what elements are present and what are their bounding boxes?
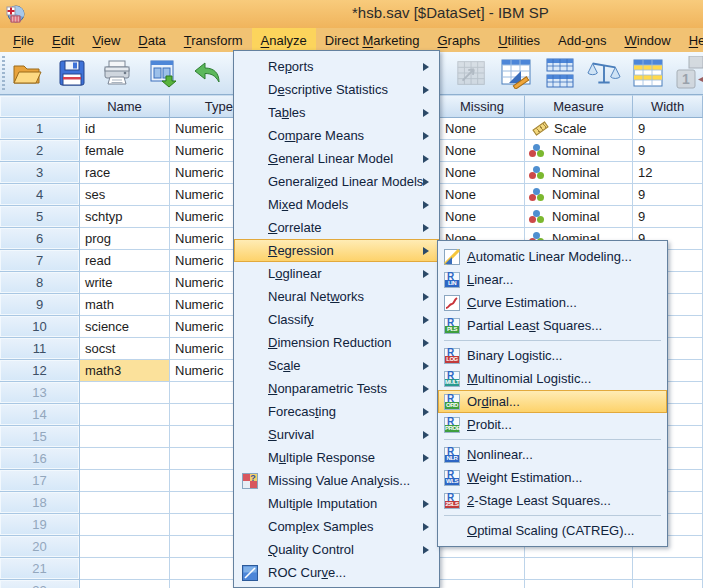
print-icon[interactable]: [100, 56, 134, 90]
type-cell[interactable]: Numeric: [170, 162, 240, 184]
measure-cell[interactable]: Scale: [525, 118, 633, 140]
menu-item-scale[interactable]: Scale: [234, 354, 439, 377]
name-cell[interactable]: [80, 426, 170, 448]
menubar-item-transform[interactable]: Transform: [175, 28, 252, 52]
menu-item-multiple-response[interactable]: Multiple Response: [234, 446, 439, 469]
type-cell[interactable]: [170, 514, 240, 536]
menu-item-mixed-models[interactable]: Mixed Models: [234, 193, 439, 216]
width-cell[interactable]: 12: [633, 162, 703, 184]
name-cell[interactable]: [80, 558, 170, 580]
row-number-cell[interactable]: 11: [0, 338, 80, 360]
menu-item-neural-networks[interactable]: Neural Networks: [234, 285, 439, 308]
type-cell[interactable]: [170, 580, 240, 588]
missing-cell[interactable]: None: [440, 118, 525, 140]
width-cell[interactable]: 9: [633, 118, 703, 140]
width-cell[interactable]: 9: [633, 206, 703, 228]
submenu-item-multinomial-logistic[interactable]: RMULT Multinomial Logistic...: [438, 367, 667, 390]
name-cell[interactable]: math3: [80, 360, 170, 382]
menu-item-survival[interactable]: Survival: [234, 423, 439, 446]
name-cell[interactable]: id: [80, 118, 170, 140]
menu-item-descriptive-statistics[interactable]: Descriptive Statistics: [234, 78, 439, 101]
type-cell[interactable]: Numeric: [170, 360, 240, 382]
weight-cases-icon[interactable]: [587, 56, 621, 90]
row-number-cell[interactable]: 8: [0, 272, 80, 294]
value-labels-icon[interactable]: 1: [675, 56, 703, 90]
row-number-cell[interactable]: 13: [0, 382, 80, 404]
menu-item-classify[interactable]: Classify: [234, 308, 439, 331]
submenu-item-binary-logistic[interactable]: RLOG Binary Logistic...: [438, 344, 667, 367]
row-number-cell[interactable]: 5: [0, 206, 80, 228]
menubar-item-utilities[interactable]: Utilities: [489, 28, 549, 52]
go-to-case-icon[interactable]: [455, 56, 489, 90]
measure-cell[interactable]: Nominal: [525, 206, 633, 228]
menubar-item-window[interactable]: Window: [615, 28, 679, 52]
menubar-item-edit[interactable]: Edit: [43, 28, 83, 52]
row-number-cell[interactable]: 18: [0, 492, 80, 514]
name-cell[interactable]: math: [80, 294, 170, 316]
row-number-cell[interactable]: 1: [0, 118, 80, 140]
type-cell[interactable]: [170, 382, 240, 404]
type-cell[interactable]: [170, 448, 240, 470]
type-cell[interactable]: Numeric: [170, 250, 240, 272]
menubar-item-add-ons[interactable]: Add-ons: [549, 28, 615, 52]
menu-item-complex-samples[interactable]: Complex Samples: [234, 515, 439, 538]
column-header-width[interactable]: Width: [633, 95, 703, 118]
type-cell[interactable]: [170, 470, 240, 492]
type-cell[interactable]: [170, 492, 240, 514]
submenu-item-probit[interactable]: RPROB Probit...: [438, 413, 667, 436]
menu-item-general-linear-model[interactable]: General Linear Model: [234, 147, 439, 170]
menu-item-multiple-imputation[interactable]: Multiple Imputation: [234, 492, 439, 515]
corner-header-cell[interactable]: [0, 95, 80, 118]
submenu-item-automatic-linear-modeling[interactable]: Automatic Linear Modeling...: [438, 245, 667, 268]
type-cell[interactable]: Numeric: [170, 184, 240, 206]
menu-item-missing-value-analysis[interactable]: ? Missing Value Analysis...: [234, 469, 439, 492]
width-cell[interactable]: [633, 558, 703, 580]
menu-item-roc-curve[interactable]: ROC Curve...: [234, 561, 439, 584]
missing-cell[interactable]: [440, 580, 525, 588]
name-cell[interactable]: science: [80, 316, 170, 338]
submenu-item-nonlinear[interactable]: RNLR Nonlinear...: [438, 443, 667, 466]
type-cell[interactable]: Numeric: [170, 316, 240, 338]
menu-item-forecasting[interactable]: Forecasting: [234, 400, 439, 423]
name-cell[interactable]: schtyp: [80, 206, 170, 228]
open-data-icon[interactable]: [10, 56, 44, 90]
column-header-measure[interactable]: Measure: [525, 95, 633, 118]
type-cell[interactable]: Numeric: [170, 338, 240, 360]
row-number-cell[interactable]: 4: [0, 184, 80, 206]
name-cell[interactable]: [80, 514, 170, 536]
submenu-item-optimal-scaling-catreg[interactable]: Optimal Scaling (CATREG)...: [438, 519, 667, 542]
submenu-item-ordinal[interactable]: RORD Ordinal...: [438, 390, 667, 413]
menu-item-generalized-linear-models[interactable]: Generalized Linear Models: [234, 170, 439, 193]
name-cell[interactable]: female: [80, 140, 170, 162]
type-cell[interactable]: Numeric: [170, 272, 240, 294]
name-cell[interactable]: socst: [80, 338, 170, 360]
row-number-cell[interactable]: 3: [0, 162, 80, 184]
type-cell[interactable]: [170, 558, 240, 580]
recall-dialog-icon[interactable]: [145, 56, 179, 90]
measure-cell[interactable]: Nominal: [525, 162, 633, 184]
name-cell[interactable]: [80, 580, 170, 588]
row-number-cell[interactable]: 16: [0, 448, 80, 470]
menu-item-nonparametric-tests[interactable]: Nonparametric Tests: [234, 377, 439, 400]
menu-item-dimension-reduction[interactable]: Dimension Reduction: [234, 331, 439, 354]
measure-cell[interactable]: [525, 558, 633, 580]
missing-cell[interactable]: [440, 558, 525, 580]
type-cell[interactable]: [170, 536, 240, 558]
column-header-type[interactable]: Type: [170, 95, 240, 118]
menu-item-correlate[interactable]: Correlate: [234, 216, 439, 239]
menu-item-tables[interactable]: Tables: [234, 101, 439, 124]
menu-item-reports[interactable]: Reports: [234, 55, 439, 78]
width-cell[interactable]: 9: [633, 184, 703, 206]
submenu-item-weight-estimation[interactable]: RWLS Weight Estimation...: [438, 466, 667, 489]
insert-cases-icon[interactable]: [543, 56, 577, 90]
column-header-name[interactable]: Name: [80, 95, 170, 118]
type-cell[interactable]: Numeric: [170, 140, 240, 162]
width-cell[interactable]: [633, 580, 703, 588]
row-number-cell[interactable]: 7: [0, 250, 80, 272]
menu-item-compare-means[interactable]: Compare Means: [234, 124, 439, 147]
menubar-item-analyze[interactable]: Analyze: [252, 28, 316, 52]
submenu-item-linear[interactable]: RLIN Linear...: [438, 268, 667, 291]
select-cases-icon[interactable]: [631, 56, 665, 90]
column-header-missing[interactable]: Missing: [440, 95, 525, 118]
name-cell[interactable]: [80, 382, 170, 404]
